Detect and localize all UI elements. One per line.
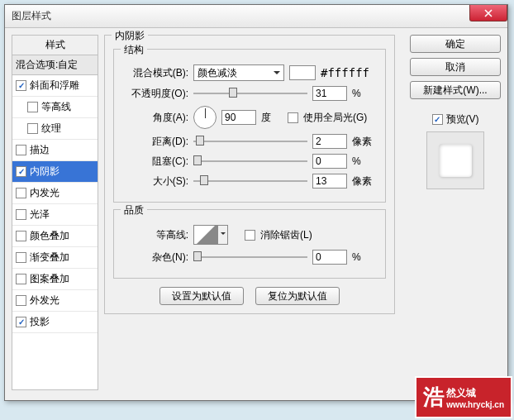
choke-unit: % [352,155,377,167]
choke-label: 阻塞(C): [122,155,188,169]
style-label: 投影 [30,315,50,329]
style-checkbox[interactable] [27,123,38,134]
contour-label: 等高线: [122,228,188,242]
global-light-checkbox[interactable] [288,112,298,123]
opacity-unit: % [352,88,377,99]
size-label: 大小(S): [122,174,188,189]
close-icon [484,9,493,17]
style-checkbox[interactable] [16,209,26,220]
noise-label: 杂色(N): [122,251,188,265]
style-label: 等高线 [41,100,71,114]
dialog-body: 样式 混合选项:自定 斜面和浮雕等高线纹理描边内阴影内发光光泽颜色叠加渐变叠加图… [5,28,507,400]
style-item-3[interactable]: 描边 [12,140,98,161]
ok-button[interactable]: 确定 [410,35,501,53]
choke-input[interactable] [312,154,347,169]
style-checkbox[interactable] [16,166,26,177]
layer-style-dialog: 图层样式 样式 混合选项:自定 斜面和浮雕等高线纹理描边内阴影内发光光泽颜色叠加… [4,4,508,401]
distance-slider[interactable] [193,134,307,149]
blend-mode-label: 混合模式(B): [122,66,188,80]
structure-legend: 结构 [121,43,147,57]
distance-unit: 像素 [352,135,377,149]
preview-thumbnail [426,131,484,189]
antialias-checkbox[interactable] [245,230,255,241]
style-checkbox[interactable] [27,102,38,112]
blend-mode-select[interactable]: 颜色减淡 [193,64,284,81]
reset-default-button[interactable]: 复位为默认值 [255,287,340,305]
style-checkbox[interactable] [16,317,26,327]
size-input[interactable] [312,174,347,189]
angle-label: 角度(A): [122,111,188,125]
style-item-10[interactable]: 外发光 [12,290,98,312]
style-item-8[interactable]: 渐变叠加 [12,247,98,269]
close-button[interactable] [469,5,507,21]
style-item-9[interactable]: 图案叠加 [12,269,98,290]
style-checkbox[interactable] [16,80,26,91]
style-checkbox[interactable] [16,145,26,155]
styles-list: 样式 混合选项:自定 斜面和浮雕等高线纹理描边内阴影内发光光泽颜色叠加渐变叠加图… [12,35,98,390]
noise-unit: % [352,251,377,263]
distance-input[interactable] [312,134,347,149]
panel-title: 内阴影 [112,29,148,43]
preview-label: 预览(V) [446,112,479,126]
size-unit: 像素 [352,174,377,189]
style-label: 光泽 [30,208,50,222]
preview-inner [439,144,472,177]
style-checkbox[interactable] [16,188,26,198]
main-panel: 内阴影 结构 混合模式(B): 颜色减淡 #ffffff 不透明度(O): % [104,35,395,319]
noise-slider[interactable] [193,250,307,265]
style-label: 纹理 [41,122,61,136]
style-item-4[interactable]: 内阴影 [12,161,98,183]
structure-fieldset: 结构 混合模式(B): 颜色减淡 #ffffff 不透明度(O): % [113,49,386,203]
noise-input[interactable] [312,250,347,265]
opacity-label: 不透明度(O): [122,87,188,101]
right-panel: 确定 取消 新建样式(W)... 预览(V) [410,35,501,189]
style-item-5[interactable]: 内发光 [12,183,98,204]
style-checkbox[interactable] [16,295,26,306]
inner-shadow-fieldset: 内阴影 结构 混合模式(B): 颜色减淡 #ffffff 不透明度(O): % [104,35,395,314]
style-item-6[interactable]: 光泽 [12,204,98,226]
titlebar: 图层样式 [5,5,507,28]
styles-subheader[interactable]: 混合选项:自定 [12,55,98,75]
opacity-input[interactable] [312,86,347,101]
angle-input[interactable] [221,110,256,125]
dialog-title: 图层样式 [12,9,51,23]
contour-dropdown[interactable] [218,225,228,245]
style-item-7[interactable]: 颜色叠加 [12,226,98,247]
style-checkbox[interactable] [16,274,26,284]
quality-legend: 品质 [121,203,147,217]
preview-area: 预览(V) [410,112,501,189]
style-item-0[interactable]: 斜面和浮雕 [12,75,98,97]
style-label: 渐变叠加 [30,251,69,265]
angle-unit: 度 [261,111,271,125]
quality-fieldset: 品质 等高线: 消除锯齿(L) 杂色(N): [113,209,386,279]
style-label: 图案叠加 [30,272,69,286]
antialias-label: 消除锯齿(L) [260,228,312,242]
size-slider[interactable] [193,174,307,189]
watermark: 浩 然义城 www.hryckj.cn [415,376,512,418]
new-style-button[interactable]: 新建样式(W)... [410,81,501,99]
make-default-button[interactable]: 设置为默认值 [159,287,244,305]
styles-header[interactable]: 样式 [12,36,98,55]
style-item-1[interactable]: 等高线 [12,97,98,118]
contour-picker[interactable] [193,225,218,245]
style-checkbox[interactable] [16,231,26,241]
style-label: 外发光 [30,294,59,308]
color-hex: #ffffff [321,66,369,79]
style-label: 颜色叠加 [30,229,69,243]
style-label: 内阴影 [30,165,59,179]
color-swatch[interactable] [289,65,316,80]
style-label: 斜面和浮雕 [30,79,79,93]
global-light-label: 使用全局光(G) [303,111,367,125]
opacity-slider[interactable] [193,86,307,101]
choke-slider[interactable] [193,154,307,169]
style-label: 内发光 [30,186,59,200]
distance-label: 距离(D): [122,135,188,149]
style-item-2[interactable]: 纹理 [12,118,98,140]
style-label: 描边 [30,143,50,157]
style-checkbox[interactable] [16,252,26,263]
cancel-button[interactable]: 取消 [410,58,501,76]
angle-dial[interactable] [193,106,217,129]
style-item-11[interactable]: 投影 [12,312,98,333]
preview-checkbox[interactable] [432,114,443,125]
